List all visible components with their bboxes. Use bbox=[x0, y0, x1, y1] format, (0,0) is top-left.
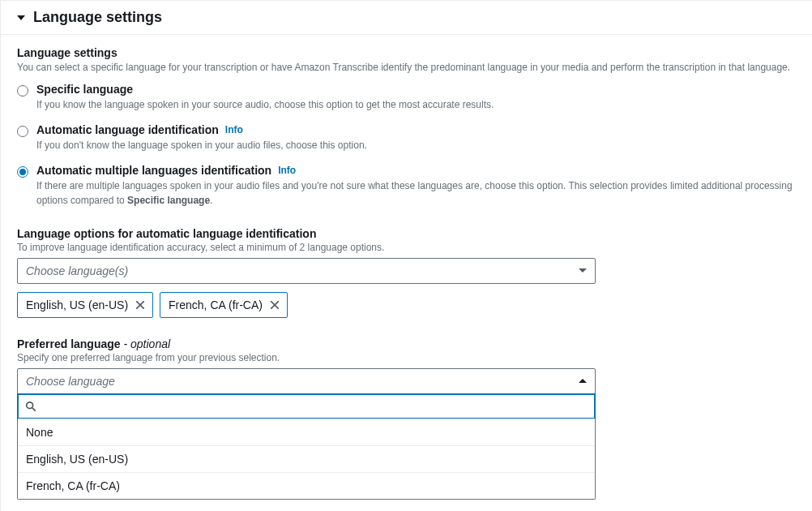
field-title: Language options for automatic language … bbox=[17, 227, 796, 240]
tag-french-ca: French, CA (fr-CA) bbox=[160, 292, 288, 318]
caret-down-icon bbox=[579, 268, 587, 273]
field-desc: Specify one preferred language from your… bbox=[17, 352, 796, 363]
title-main: Preferred language bbox=[17, 337, 124, 350]
dropdown-search-input[interactable] bbox=[43, 400, 588, 413]
preferred-language-field: Preferred language - optional Specify on… bbox=[17, 337, 796, 500]
x-icon bbox=[136, 301, 144, 309]
section-title: Language settings bbox=[17, 46, 796, 59]
dropdown-search[interactable] bbox=[17, 393, 596, 419]
x-icon bbox=[271, 301, 279, 309]
info-link[interactable]: Info bbox=[278, 165, 296, 176]
language-options-field: Language options for automatic language … bbox=[17, 227, 796, 318]
search-icon bbox=[25, 401, 36, 412]
radio-auto-multiple-languages[interactable]: Automatic multiple languages identificat… bbox=[17, 164, 796, 208]
language-settings-section: Language settings You can select a speci… bbox=[17, 46, 796, 75]
language-mode-radio-group: Specific language If you know the langua… bbox=[17, 83, 796, 208]
caret-up-icon bbox=[579, 379, 587, 383]
info-link[interactable]: Info bbox=[225, 124, 243, 135]
field-title: Preferred language - optional bbox=[17, 337, 796, 350]
selected-language-tags: English, US (en-US) French, CA (fr-CA) bbox=[17, 292, 796, 318]
preferred-language-select[interactable]: Choose language bbox=[17, 368, 596, 394]
preferred-language-dropdown: None English, US (en-US) French, CA (fr-… bbox=[17, 393, 596, 500]
radio-label: Automatic language identification bbox=[36, 123, 219, 136]
tag-remove-button[interactable] bbox=[136, 301, 144, 309]
radio-icon bbox=[17, 126, 28, 137]
radio-label: Specific language bbox=[36, 83, 133, 96]
title-optional: - optional bbox=[124, 337, 171, 350]
radio-label: Automatic multiple languages identificat… bbox=[36, 164, 271, 177]
tag-english-us: English, US (en-US) bbox=[17, 292, 153, 318]
language-options-select[interactable]: Choose language(s) bbox=[17, 258, 596, 284]
radio-auto-language[interactable]: Automatic language identification Info I… bbox=[17, 123, 796, 152]
option-none[interactable]: None bbox=[18, 419, 595, 445]
option-english-us[interactable]: English, US (en-US) bbox=[18, 445, 595, 472]
desc-text-c: . bbox=[210, 195, 212, 206]
tag-label: French, CA (fr-CA) bbox=[169, 298, 263, 311]
option-french-ca[interactable]: French, CA (fr-CA) bbox=[18, 472, 595, 499]
svg-point-4 bbox=[27, 402, 33, 409]
select-placeholder: Choose language(s) bbox=[26, 264, 128, 277]
radio-icon-selected bbox=[17, 166, 28, 178]
tag-label: English, US (en-US) bbox=[26, 298, 128, 311]
collapse-triangle-icon bbox=[17, 15, 25, 20]
radio-desc: If you don't know the language spoken in… bbox=[36, 138, 796, 152]
field-desc: To improve language identification accur… bbox=[17, 242, 796, 253]
panel-title: Language settings bbox=[33, 9, 162, 26]
svg-line-5 bbox=[32, 408, 36, 411]
panel-header[interactable]: Language settings bbox=[1, 1, 812, 35]
tag-remove-button[interactable] bbox=[271, 301, 279, 309]
select-placeholder: Choose language bbox=[26, 375, 115, 388]
radio-icon bbox=[17, 85, 28, 97]
radio-specific-language[interactable]: Specific language If you know the langua… bbox=[17, 83, 796, 112]
radio-desc: If there are multiple languages spoken i… bbox=[36, 178, 796, 208]
radio-desc: If you know the language spoken in your … bbox=[36, 97, 796, 112]
section-desc: You can select a specific language for y… bbox=[17, 61, 796, 75]
desc-text-bold: Specific language bbox=[127, 195, 210, 206]
